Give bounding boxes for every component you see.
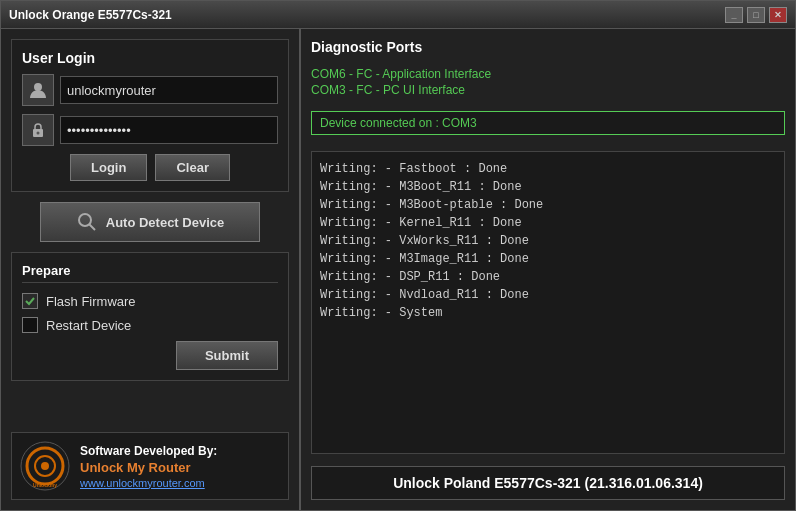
brand-url[interactable]: www.unlockmyrouter.com: [80, 477, 217, 489]
window-controls: _ □ ✕: [725, 7, 787, 23]
login-button-row: Login Clear: [22, 154, 278, 181]
brand-section: Unlockmy Software Developed By: Unlock M…: [11, 432, 289, 500]
clear-button[interactable]: Clear: [155, 154, 230, 181]
password-row: [22, 114, 278, 146]
brand-logo: Unlockmy: [20, 441, 70, 491]
main-content: User Login: [1, 29, 795, 510]
maximize-button[interactable]: □: [747, 7, 765, 23]
checkmark-icon: [24, 295, 36, 307]
port-item-2: COM3 - FC - PC UI Interface: [311, 83, 785, 97]
login-button[interactable]: Login: [70, 154, 147, 181]
password-icon: [22, 114, 54, 146]
auto-detect-label: Auto Detect Device: [106, 215, 224, 230]
restart-device-row: Restart Device: [22, 317, 278, 333]
user-icon: [22, 74, 54, 106]
window-title: Unlock Orange E5577Cs-321: [9, 8, 172, 22]
left-panel: User Login: [1, 29, 301, 510]
port-item-1: COM6 - FC - Application Interface: [311, 67, 785, 81]
brand-developed-by: Software Developed By:: [80, 444, 217, 458]
diagnostic-title: Diagnostic Ports: [311, 39, 785, 55]
brand-name: Unlock My Router: [80, 460, 217, 475]
user-login-section: User Login: [11, 39, 289, 192]
log-line: Writing: - Fastboot : Done: [320, 160, 776, 178]
main-window: Unlock Orange E5577Cs-321 _ □ ✕ User Log…: [0, 0, 796, 511]
log-line: Writing: - Kernel_R11 : Done: [320, 214, 776, 232]
prepare-title: Prepare: [22, 263, 278, 283]
flash-firmware-label[interactable]: Flash Firmware: [46, 294, 136, 309]
flash-firmware-checkbox[interactable]: [22, 293, 38, 309]
brand-text: Software Developed By: Unlock My Router …: [80, 444, 217, 489]
restart-device-checkbox[interactable]: [22, 317, 38, 333]
password-input[interactable]: [60, 116, 278, 144]
close-button[interactable]: ✕: [769, 7, 787, 23]
search-icon: [76, 211, 98, 233]
submit-row: Submit: [22, 341, 278, 370]
ports-list: COM6 - FC - Application Interface COM3 -…: [311, 67, 785, 97]
prepare-section: Prepare Flash Firmware Restart Device Su…: [11, 252, 289, 381]
log-line: Writing: - System: [320, 304, 776, 322]
log-line: Writing: - DSP_R11 : Done: [320, 268, 776, 286]
auto-detect-button[interactable]: Auto Detect Device: [40, 202, 260, 242]
username-input[interactable]: [60, 76, 278, 104]
title-bar: Unlock Orange E5577Cs-321 _ □ ✕: [1, 1, 795, 29]
username-row: [22, 74, 278, 106]
svg-text:Unlockmy: Unlockmy: [33, 482, 57, 488]
user-login-title: User Login: [22, 50, 278, 66]
svg-line-4: [89, 225, 95, 231]
minimize-button[interactable]: _: [725, 7, 743, 23]
right-panel: Diagnostic Ports COM6 - FC - Application…: [301, 29, 795, 510]
svg-point-2: [37, 132, 40, 135]
submit-button[interactable]: Submit: [176, 341, 278, 370]
flash-firmware-row: Flash Firmware: [22, 293, 278, 309]
svg-point-8: [41, 462, 49, 470]
log-line: Writing: - VxWorks_R11 : Done: [320, 232, 776, 250]
log-line: Writing: - M3Image_R11 : Done: [320, 250, 776, 268]
log-area: Writing: - Fastboot : DoneWriting: - M3B…: [311, 151, 785, 454]
svg-point-0: [34, 83, 42, 91]
restart-device-label[interactable]: Restart Device: [46, 318, 131, 333]
svg-point-3: [79, 214, 91, 226]
log-line: Writing: - Nvdload_R11 : Done: [320, 286, 776, 304]
connected-status: Device connected on : COM3: [311, 111, 785, 135]
log-line: Writing: - M3Boot_R11 : Done: [320, 178, 776, 196]
log-line: Writing: - M3Boot-ptable : Done: [320, 196, 776, 214]
auto-detect-section: Auto Detect Device: [11, 202, 289, 242]
status-bar: Unlock Poland E5577Cs-321 (21.316.01.06.…: [311, 466, 785, 500]
